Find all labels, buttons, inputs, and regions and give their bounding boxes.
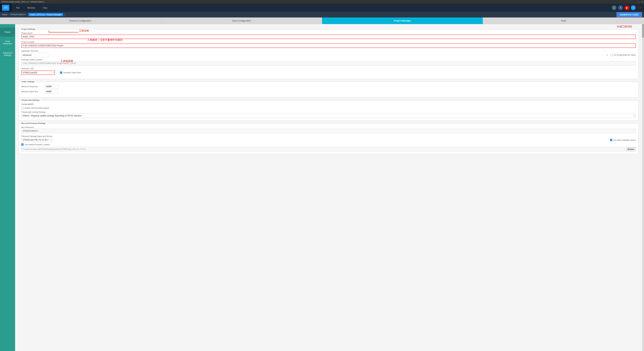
multi-thread-label: Enable multi-threaded support — [24, 107, 49, 109]
project-location-input[interactable] — [21, 44, 636, 48]
generate-code-button[interactable]: GENERATE CODE — [616, 12, 642, 17]
project-location-row: Project Location — [21, 41, 636, 48]
logo: STM32 CubeMX — [2, 5, 10, 11]
facebook-icon[interactable]: f — [618, 5, 623, 10]
generate-under-root-label: Generate Under Root — [63, 72, 81, 74]
toolchain-ide-select-wrapper: STM32CubeIDE MDK-ARM V5 MDK-ARM V4 EWARM… — [21, 70, 55, 75]
titlebar: STM32CubeMX test01_GPIO.ioc*: STM32F429I… — [0, 0, 644, 4]
sidebar-item-advanced-settings[interactable]: Advanced Settings — [0, 48, 15, 60]
breadcrumb-bar: Home › STM32F429IGTx › test01_GPIO.ioc -… — [0, 12, 644, 18]
mcu-firmware-title: Mcu and Firmware Package — [20, 122, 46, 124]
app-structure-row: Application Structure Advanced Basic Do … — [21, 50, 636, 57]
locking-strategy-row: Thread-safe Locking Strategy Default – M… — [21, 111, 636, 118]
project-name-input[interactable] — [21, 34, 636, 39]
mcu-reference-row: Mcu Reference — [21, 126, 636, 133]
multi-thread-checkbox[interactable] — [21, 107, 24, 109]
min-heap-input[interactable] — [45, 85, 58, 88]
breadcrumb-sep-2: › — [27, 13, 28, 16]
youtube-icon[interactable]: ▶ — [624, 5, 629, 10]
scrollbar[interactable] — [642, 24, 644, 351]
toolchain-ide-label: Toolchain / IDE — [21, 68, 55, 70]
firmware-package-select[interactable]: STM32Cube FW_F4 V1.26.2 — [21, 138, 53, 142]
no-main-label: Do not generate the main() — [614, 54, 636, 56]
mcu-reference-label: Mcu Reference — [21, 126, 636, 128]
titlebar-controls: ─ □ ✕ — [636, 1, 643, 3]
tab-bar: Pinout & Configuration Clock Configurati… — [0, 18, 644, 24]
menu-file[interactable]: File — [15, 6, 21, 10]
min-heap-label: Minimum Heap Size — [21, 86, 45, 88]
main-layout: Project Code Generator Advanced Settings… — [0, 24, 644, 351]
use-default-fw-label: Use Default Firmware Location — [24, 144, 50, 146]
annotation-generate-code: 生成工程代码 — [617, 25, 632, 28]
twitter-icon[interactable]: 🐦 — [631, 5, 636, 10]
min-stack-label: Minimum Stack Size — [21, 90, 45, 92]
toolchain-ide-row: Toolchain / IDE STM32CubeIDE MDK-ARM V5 … — [21, 68, 636, 75]
titlebar-text: STM32CubeMX test01_GPIO.ioc*: STM32F429I… — [1, 1, 44, 3]
breadcrumb-home[interactable]: Home — [2, 14, 8, 16]
locking-strategy-select[interactable]: Default – Mapping suitable strategy depe… — [21, 114, 636, 118]
use-latest-row: Use latest available version — [610, 139, 636, 141]
core-label: Cortex-M4NS — [21, 103, 34, 106]
min-stack-input[interactable] — [45, 90, 58, 94]
toolchain-folder-label: Toolchain Folder Location — [21, 58, 636, 61]
sidebar-item-code-generator[interactable]: Code Generator — [0, 37, 15, 48]
linker-settings-section: Linker Settings Minimum Heap Size Minimu… — [18, 82, 639, 98]
browse-button[interactable]: Browse — [626, 147, 636, 151]
maximize-btn[interactable]: □ — [639, 1, 640, 3]
project-location-label: Project Location — [21, 41, 636, 43]
tab-pinout[interactable]: Pinout & Configuration — [0, 18, 161, 24]
project-name-label: Project Name — [21, 32, 636, 34]
tab-clock[interactable]: Clock Configuration — [161, 18, 322, 24]
thread-safe-title: Thread-safe Settings — [20, 99, 41, 101]
sidebar-item-project[interactable]: Project — [0, 28, 15, 37]
generate-under-root-row: Generate Under Root — [60, 72, 81, 74]
multi-thread-row: Enable multi-threaded support — [21, 107, 636, 109]
mcu-reference-input[interactable] — [21, 129, 636, 133]
project-name-row: Project Name — [21, 32, 636, 39]
menubar: STM32 CubeMX File Window Help 🌐 f ▶ 🐦 ST — [0, 4, 644, 12]
logo-area: STM32 CubeMX — [0, 4, 12, 12]
app-structure-select[interactable]: Advanced Basic — [21, 53, 48, 57]
app-structure-select-wrapper: Advanced Basic — [21, 53, 609, 57]
no-main-checkbox-row: Do not generate the main() — [610, 54, 636, 56]
locking-strategy-label: Thread-safe Locking Strategy — [21, 111, 636, 113]
st-icon[interactable]: ST — [637, 5, 642, 10]
app-structure-label: Application Structure — [21, 50, 609, 52]
mcu-firmware-section: Mcu and Firmware Package Mcu Reference F… — [18, 124, 639, 154]
toolchain-ide-select[interactable]: STM32CubeIDE MDK-ARM V5 MDK-ARM V4 EWARM… — [21, 70, 55, 75]
menu-help[interactable]: Help — [42, 6, 49, 10]
firmware-package-label: Firmware Package Name and Version — [21, 135, 607, 137]
no-main-checkbox[interactable] — [610, 54, 613, 56]
firmware-path-input[interactable] — [21, 147, 625, 151]
tab-project[interactable]: Project Manager — [322, 18, 483, 24]
firmware-package-select-wrapper: STM32Cube FW_F4 V1.26.2 — [21, 138, 53, 142]
use-latest-checkbox[interactable] — [610, 139, 612, 141]
project-settings-title: Project Settings — [20, 28, 36, 30]
tab-tools[interactable]: Tools — [483, 18, 644, 24]
breadcrumb-active: test01_GPIO.ioc - Project Manager — [28, 13, 63, 16]
minimize-btn[interactable]: ─ — [636, 1, 638, 3]
close-btn[interactable]: ✕ — [641, 1, 643, 3]
use-default-fw-row: Use Default Firmware Location — [21, 144, 636, 146]
sidebar: Project Code Generator Advanced Settings — [0, 24, 15, 351]
use-default-fw-checkbox[interactable] — [21, 144, 24, 146]
generate-under-root-checkbox[interactable] — [60, 72, 62, 74]
breadcrumb-mcu[interactable]: STM32F429IGTx — [10, 14, 26, 16]
linker-settings-title: Linker Settings — [20, 80, 36, 83]
min-heap-row: Minimum Heap Size — [21, 85, 636, 88]
globe-icon[interactable]: 🌐 — [612, 5, 616, 10]
menu-items: File Window Help — [12, 4, 612, 12]
toolchain-folder-input[interactable] — [21, 61, 636, 66]
use-latest-label: Use latest available version — [613, 139, 636, 141]
content-area: Project Settings Project Name Project Lo… — [15, 24, 642, 351]
scrollbar-thumb[interactable] — [642, 24, 644, 38]
locking-strategy-select-wrapper: Default – Mapping suitable strategy depe… — [21, 114, 636, 118]
breadcrumb-arrow: › — [64, 13, 65, 16]
min-stack-row: Minimum Stack Size — [21, 90, 636, 94]
menu-window[interactable]: Window — [26, 6, 36, 10]
firmware-package-row: Firmware Package Name and Version STM32C… — [21, 135, 636, 142]
project-settings-section: Project Settings Project Name Project Lo… — [18, 29, 639, 79]
breadcrumb-sep-1: › — [8, 13, 9, 16]
firmware-path-row: Browse — [21, 147, 636, 151]
toolchain-folder-row: Toolchain Folder Location — [21, 58, 636, 66]
